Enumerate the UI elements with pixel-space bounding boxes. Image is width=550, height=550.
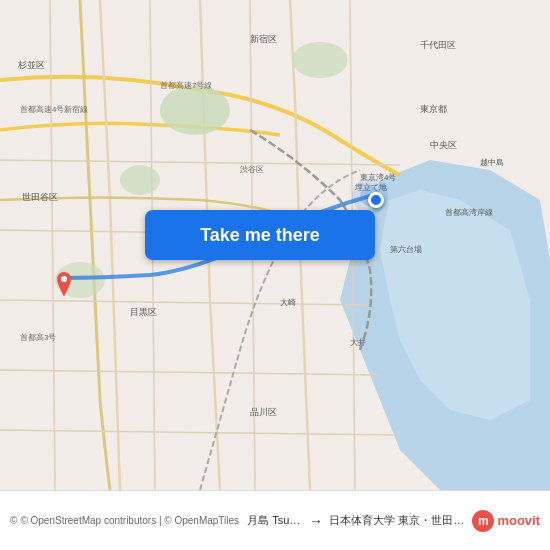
destination-dot: [368, 192, 384, 208]
svg-text:首都高速7号線: 首都高速7号線: [160, 81, 212, 90]
svg-text:首都高3号: 首都高3号: [20, 333, 56, 342]
svg-text:杉並区: 杉並区: [17, 60, 45, 70]
svg-text:渋谷区: 渋谷区: [240, 165, 264, 174]
svg-text:東京都: 東京都: [420, 104, 447, 114]
svg-point-12: [160, 85, 230, 135]
route-to: 日本体育大学 東京・世田谷キャン...: [329, 513, 464, 528]
svg-point-14: [292, 42, 348, 78]
map-container: 杉並区 新宿区 千代田区 東京都 中央区 世田谷区 目黒区 品川区 首都高速4号…: [0, 0, 550, 490]
svg-text:越中島: 越中島: [480, 158, 504, 167]
svg-text:目黒区: 目黒区: [130, 307, 157, 317]
svg-text:新宿区: 新宿区: [250, 34, 277, 44]
bottom-bar: © © OpenStreetMap contributors | © OpenM…: [0, 490, 550, 550]
svg-text:世田谷区: 世田谷区: [22, 192, 58, 202]
moovit-icon: m: [472, 510, 494, 532]
take-me-there-button[interactable]: Take me there: [145, 210, 375, 260]
svg-text:千代田区: 千代田区: [420, 40, 456, 50]
copyright-icon: ©: [10, 515, 17, 526]
svg-text:首都高湾岸線: 首都高湾岸線: [445, 208, 493, 217]
origin-pin: [50, 272, 78, 300]
svg-text:大崎: 大崎: [280, 298, 296, 307]
svg-text:品川区: 品川区: [250, 407, 277, 417]
route-arrow-icon: →: [309, 513, 323, 529]
svg-point-38: [61, 276, 67, 282]
moovit-brand-text: moovit: [497, 513, 540, 528]
copyright-text: © © OpenStreetMap contributors | © OpenM…: [10, 515, 239, 526]
svg-point-13: [120, 165, 160, 195]
moovit-logo: m moovit: [472, 510, 540, 532]
svg-text:首都高速4号新宿線: 首都高速4号新宿線: [20, 105, 88, 114]
route-info: 月島 Tsukishi... → 日本体育大学 東京・世田谷キャン...: [247, 513, 464, 529]
route-from: 月島 Tsukishi...: [247, 513, 303, 528]
svg-text:中央区: 中央区: [430, 140, 457, 150]
svg-text:第六台場: 第六台場: [390, 245, 422, 254]
